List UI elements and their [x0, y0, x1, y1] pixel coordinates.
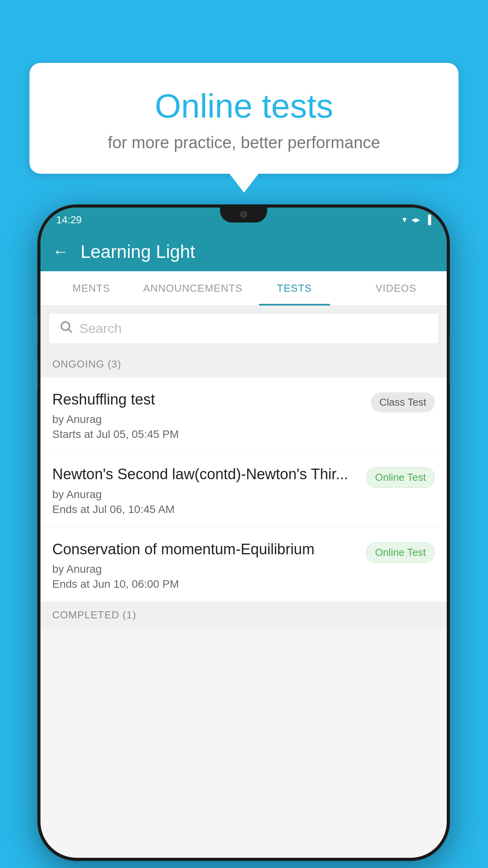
svg-point-0: [61, 322, 70, 330]
tab-videos[interactable]: VIDEOS: [345, 271, 447, 305]
test-badge-online: Online Test: [366, 467, 435, 488]
test-info: Newton's Second law(contd)-Newton's Thir…: [52, 465, 358, 515]
app-title: Learning Light: [81, 241, 195, 262]
test-info: Conservation of momentum-Equilibrium by …: [52, 540, 358, 590]
test-time: Ends at Jun 10, 06:00 PM: [52, 578, 358, 590]
test-info: Reshuffling test by Anurag Starts at Jul…: [52, 390, 363, 441]
tab-tests[interactable]: TESTS: [244, 271, 345, 305]
test-list: Reshuffling test by Anurag Starts at Jul…: [40, 377, 447, 602]
test-item[interactable]: Conservation of momentum-Equilibrium by …: [40, 527, 447, 602]
test-author: by Anurag: [52, 563, 358, 576]
power-button: [449, 334, 450, 385]
search-container: Search: [40, 306, 447, 351]
ongoing-label: ONGOING (3): [52, 358, 121, 370]
test-name: Reshuffling test: [52, 390, 363, 409]
tab-announcements[interactable]: ANNOUNCEMENTS: [142, 271, 244, 305]
tabs-bar: MENTS ANNOUNCEMENTS TESTS VIDEOS: [40, 271, 447, 306]
front-camera: [240, 211, 247, 218]
test-item[interactable]: Reshuffling test by Anurag Starts at Jul…: [40, 377, 447, 452]
signal-icon: ◂▸: [411, 215, 420, 225]
test-item[interactable]: Newton's Second law(contd)-Newton's Thir…: [40, 452, 447, 527]
test-time: Ends at Jul 06, 10:45 AM: [52, 503, 358, 516]
search-placeholder: Search: [79, 321, 122, 336]
svg-line-1: [69, 329, 72, 333]
app-bar: ← Learning Light: [40, 232, 447, 271]
back-button[interactable]: ←: [52, 242, 69, 261]
test-time: Starts at Jul 05, 05:45 PM: [52, 428, 363, 441]
volume-down-button: [37, 358, 39, 389]
volume-up-button: [37, 314, 39, 346]
test-author: by Anurag: [52, 413, 363, 426]
search-box[interactable]: Search: [48, 313, 439, 344]
promo-title: Online tests: [49, 86, 439, 125]
test-badge-online: Online Test: [366, 542, 435, 563]
test-name: Newton's Second law(contd)-Newton's Thir…: [52, 465, 358, 484]
phone-frame: 14:29 ▾ ◂▸ ▐ ← Learning Light MENTS ANNO…: [37, 204, 450, 861]
phone-notch: [220, 208, 267, 223]
tab-ments[interactable]: MENTS: [40, 271, 142, 305]
status-icons: ▾ ◂▸ ▐: [402, 215, 431, 225]
test-name: Conservation of momentum-Equilibrium: [52, 540, 358, 559]
promo-card: Online tests for more practice, better p…: [29, 63, 459, 174]
promo-subtitle: for more practice, better performance: [49, 133, 439, 152]
completed-section-header: COMPLETED (1): [40, 602, 447, 628]
test-badge-class: Class Test: [371, 392, 435, 412]
battery-icon: ▐: [425, 215, 431, 225]
wifi-icon: ▾: [402, 215, 407, 225]
status-time: 14:29: [56, 214, 82, 226]
ongoing-section-header: ONGOING (3): [40, 351, 447, 377]
search-icon: [59, 320, 73, 337]
test-author: by Anurag: [52, 488, 358, 501]
completed-label: COMPLETED (1): [52, 609, 136, 621]
phone-screen: 14:29 ▾ ◂▸ ▐ ← Learning Light MENTS ANNO…: [40, 208, 447, 858]
